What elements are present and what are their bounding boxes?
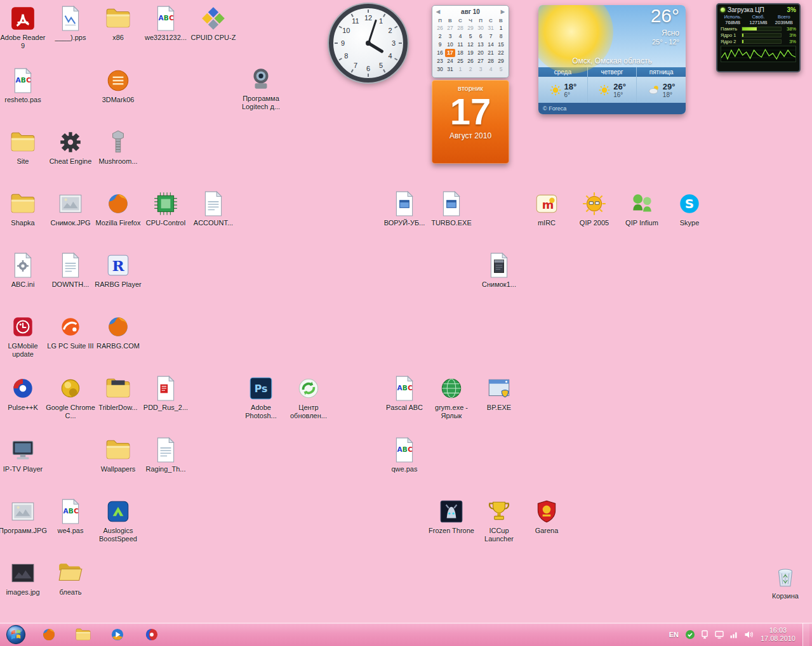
desktop-icon[interactable]: Pulse++K bbox=[0, 375, 48, 412]
update-tray-icon[interactable] bbox=[685, 630, 695, 640]
desktop-icon[interactable]: Wallpapers bbox=[93, 437, 143, 473]
desktop-icon[interactable]: ABC.ini bbox=[0, 252, 48, 289]
desktop-icon[interactable]: ABCwe4.pas bbox=[45, 498, 96, 535]
desktop-icon[interactable]: Shapka bbox=[0, 190, 48, 227]
calendar-day[interactable]: 26 bbox=[465, 57, 476, 65]
calendar-day[interactable]: 21 bbox=[486, 49, 496, 57]
calendar-day-card[interactable]: вторник 17 Август 2010 bbox=[432, 80, 509, 164]
desktop-icon[interactable]: CPU-Control bbox=[140, 190, 191, 227]
desktop-icon[interactable]: Снимок1... bbox=[474, 252, 524, 289]
desktop-icon[interactable]: ABCwe3231232... bbox=[140, 5, 191, 42]
desktop-icon[interactable]: ____).pps bbox=[45, 5, 96, 42]
desktop-icon[interactable]: Site bbox=[0, 129, 48, 166]
calendar-day[interactable]: 6 bbox=[476, 32, 486, 41]
taskbar-clock[interactable]: 16:03 17.08.2010 bbox=[758, 626, 798, 643]
calendar-day[interactable]: 2 bbox=[465, 65, 476, 74]
calendar-gadget[interactable]: ◀ авг 10 ▶ ПВСЧПСВ2627282930311234567891… bbox=[432, 5, 509, 164]
calendar-day[interactable]: 14 bbox=[486, 41, 496, 49]
desktop-icon[interactable]: Программа Logitech д... bbox=[236, 66, 286, 111]
desktop-icon[interactable]: DOWNTH... bbox=[45, 252, 96, 289]
desktop-icon[interactable]: Adobe Reader 9 bbox=[0, 5, 48, 50]
calendar-day[interactable]: 15 bbox=[496, 41, 506, 49]
desktop-icon[interactable]: Mozilla Firefox bbox=[93, 190, 143, 227]
forecast-day[interactable]: пятница29°18° bbox=[637, 67, 686, 103]
calendar-day[interactable]: 4 bbox=[486, 65, 496, 74]
calendar-day[interactable]: 8 bbox=[496, 32, 506, 41]
device-tray-icon[interactable] bbox=[700, 630, 710, 640]
desktop-icon[interactable]: ABCqwe.pas bbox=[379, 437, 430, 473]
desktop-icon[interactable]: Raging_Th... bbox=[140, 437, 191, 473]
calendar-day[interactable]: 19 bbox=[465, 49, 476, 57]
calendar-day[interactable]: 31 bbox=[445, 65, 455, 74]
desktop-icon[interactable]: grym.exe - Ярлык bbox=[426, 375, 477, 420]
language-indicator[interactable]: EN bbox=[667, 631, 681, 638]
calendar-day[interactable]: 24 bbox=[445, 57, 455, 65]
calendar-day[interactable]: 31 bbox=[486, 24, 496, 32]
calendar-day[interactable]: 3 bbox=[445, 32, 455, 41]
calendar-day[interactable]: 1 bbox=[455, 65, 465, 74]
taskbar-button-media-player[interactable] bbox=[105, 625, 130, 644]
calendar-day[interactable]: 28 bbox=[455, 24, 465, 32]
calendar-day[interactable]: 5 bbox=[465, 32, 476, 41]
calendar-day[interactable]: 25 bbox=[455, 57, 465, 65]
desktop-icon[interactable]: блеать bbox=[45, 560, 96, 597]
calendar-day[interactable]: 28 bbox=[486, 57, 496, 65]
calendar-day[interactable]: 10 bbox=[445, 41, 455, 49]
desktop[interactable]: Adobe Reader 9____).ppsx86ABCwe3231232..… bbox=[0, 0, 812, 646]
calendar-day[interactable]: 17 bbox=[445, 49, 455, 57]
display-tray-icon[interactable] bbox=[714, 630, 724, 640]
calendar-day[interactable]: 29 bbox=[496, 57, 506, 65]
desktop-icon[interactable]: Центр обновлен... bbox=[283, 375, 334, 420]
calendar-day[interactable]: 16 bbox=[435, 49, 445, 57]
taskbar-button-browser[interactable] bbox=[140, 625, 164, 644]
desktop-icon[interactable]: RARBG.COM bbox=[93, 313, 143, 350]
desktop-icon[interactable]: CPUID CPU-Z bbox=[188, 5, 239, 42]
calendar-day[interactable]: 7 bbox=[486, 32, 496, 41]
desktop-icon[interactable]: Frozen Throne bbox=[426, 498, 477, 535]
calendar-day[interactable]: 2 bbox=[435, 32, 445, 41]
calendar-day[interactable]: 5 bbox=[496, 65, 506, 74]
calendar-day[interactable]: 23 bbox=[435, 57, 445, 65]
desktop-icon[interactable]: TriblerDow... bbox=[93, 375, 143, 412]
desktop-icon[interactable]: ABCPascal ABC bbox=[379, 375, 430, 412]
calendar-day[interactable]: 3 bbox=[476, 65, 486, 74]
desktop-icon[interactable]: images.jpg bbox=[0, 560, 48, 597]
calendar-day[interactable]: 13 bbox=[476, 41, 486, 49]
desktop-icon[interactable]: QIP Infium bbox=[616, 190, 667, 227]
calendar-day[interactable]: 30 bbox=[476, 24, 486, 32]
desktop-icon[interactable]: ABCresheto.pas bbox=[0, 67, 48, 104]
desktop-icon[interactable]: mmIRC bbox=[521, 190, 572, 227]
calendar-day[interactable]: 4 bbox=[455, 32, 465, 41]
desktop-icon[interactable]: Mushroom... bbox=[93, 129, 143, 166]
desktop-icon[interactable]: Снимок.JPG bbox=[45, 190, 96, 227]
show-desktop-button[interactable] bbox=[802, 623, 809, 646]
desktop-icon[interactable]: x86 bbox=[93, 5, 143, 42]
desktop-icon[interactable]: TURBO.EXE bbox=[426, 190, 477, 227]
desktop-icon[interactable]: Программ.JPG bbox=[0, 498, 48, 535]
desktop-icon[interactable]: PsAdobe Photosh... bbox=[236, 375, 286, 420]
desktop-icon[interactable]: ACCOUNT... bbox=[188, 190, 239, 227]
desktop-icon[interactable]: ВОРУЙ-УБ... bbox=[379, 190, 430, 227]
desktop-icon[interactable]: Auslogics BoostSpeed bbox=[93, 498, 143, 543]
calendar-day[interactable]: 27 bbox=[476, 57, 486, 65]
calendar-day[interactable]: 18 bbox=[455, 49, 465, 57]
calendar-day[interactable]: 29 bbox=[465, 24, 476, 32]
desktop-icon[interactable]: Корзина bbox=[760, 564, 811, 600]
desktop-icon[interactable]: Google Chrome C... bbox=[45, 375, 96, 420]
calendar-day[interactable]: 9 bbox=[435, 41, 445, 49]
desktop-icon[interactable]: SSkype bbox=[664, 190, 715, 227]
calendar-day[interactable]: 12 bbox=[465, 41, 476, 49]
calendar-day[interactable]: 20 bbox=[476, 49, 486, 57]
calendar-next-icon[interactable]: ▶ bbox=[501, 9, 505, 15]
desktop-icon[interactable]: IP-TV Player bbox=[0, 437, 48, 473]
network-tray-icon[interactable] bbox=[729, 630, 739, 640]
desktop-icon[interactable]: BP.EXE bbox=[474, 375, 524, 412]
desktop-icon[interactable]: QIP 2005 bbox=[569, 190, 620, 227]
desktop-icon[interactable]: LG PC Suite III bbox=[45, 313, 96, 350]
calendar-day[interactable]: 11 bbox=[455, 41, 465, 49]
calendar-prev-icon[interactable]: ◀ bbox=[436, 9, 440, 15]
calendar-day[interactable]: 27 bbox=[445, 24, 455, 32]
cpu-meter-gadget[interactable]: Загрузка ЦП 3% Исполь.Своб.Всего768MB127… bbox=[716, 3, 801, 72]
clock-gadget[interactable]: 123456789101112 bbox=[329, 4, 408, 82]
calendar-day[interactable]: 26 bbox=[435, 24, 445, 32]
